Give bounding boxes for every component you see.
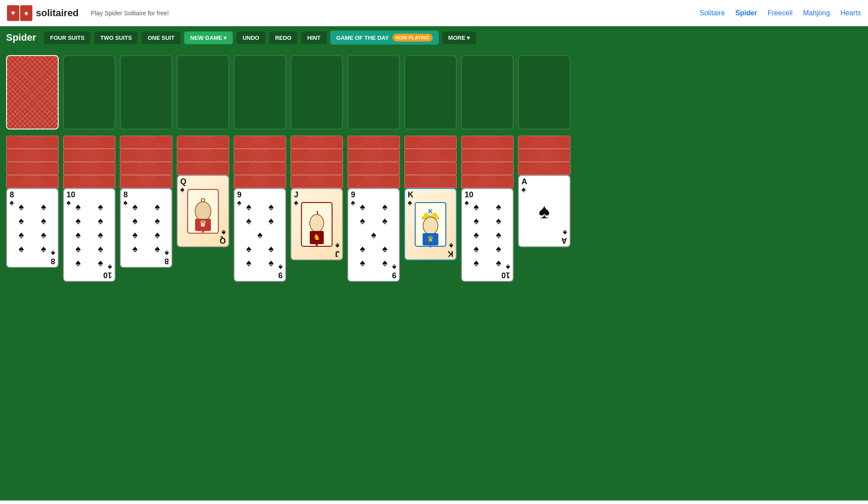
game-area: 8♠ ♠♠ ♠♠ ♠♠ ♠♠ 8♠ 10♠ ♠♠ ♠♠ ♠ (0, 49, 868, 500)
game-of-the-day-button[interactable]: GAME OF THE DAY NOW PLAYING (330, 31, 439, 45)
foundation-slot-8 (461, 55, 514, 130)
stock-row (6, 55, 862, 130)
face-down-card (120, 162, 172, 175)
face-down-card (347, 136, 400, 149)
card-10-spades[interactable]: 10♠ ♠♠ ♠♠ ♠♠ ♠♠ ♠♠ 10♠ (63, 188, 116, 282)
svg-point-15 (423, 217, 438, 234)
svg-point-2 (195, 202, 211, 221)
foundation-slot-5 (290, 55, 343, 130)
face-down-card (234, 162, 286, 175)
column-3: Q♠ Q ♛ ♠ Q♠ (177, 136, 229, 282)
face-down-card (177, 136, 229, 149)
redo-button[interactable]: REDO (269, 32, 298, 44)
face-down-card (6, 162, 59, 175)
face-down-card (290, 149, 343, 162)
two-suits-button[interactable]: TWO SUITS (94, 32, 138, 44)
face-down-card (290, 162, 343, 175)
tableau: 8♠ ♠♠ ♠♠ ♠♠ ♠♠ 8♠ 10♠ ♠♠ ♠♠ ♠ (6, 136, 862, 282)
face-down-card (177, 162, 229, 175)
logo-card-right: ♠ (20, 5, 32, 21)
undo-button[interactable]: UNDO (236, 32, 265, 44)
nav-freecell[interactable]: Freecell (768, 9, 793, 17)
face-down-card (404, 175, 457, 188)
card-9-spades[interactable]: 9♠ ♠♠ ♠♠ ♠ ♠♠ ♠♠ 9♠ (234, 188, 286, 282)
foundation-slot-4 (234, 55, 286, 130)
face-down-card (347, 175, 400, 188)
card-9-spades-2[interactable]: 9♠ ♠♠ ♠♠ ♠ ♠♠ ♠♠ 9♠ (347, 188, 400, 282)
svg-text:♠: ♠ (315, 242, 318, 248)
face-down-card (234, 175, 286, 188)
svg-text:♠: ♠ (429, 243, 432, 248)
column-0: 8♠ ♠♠ ♠♠ ♠♠ ♠♠ 8♠ (6, 136, 59, 282)
face-down-card (234, 136, 286, 149)
foundation-slot-9 (518, 55, 570, 130)
stock-pile[interactable] (6, 55, 59, 130)
face-down-card (347, 162, 400, 175)
face-down-card (63, 136, 116, 149)
foundation-slot-1 (63, 55, 116, 130)
svg-point-8 (310, 214, 324, 232)
column-1: 10♠ ♠♠ ♠♠ ♠♠ ♠♠ ♠♠ 10♠ (63, 136, 116, 282)
card-jack-spades[interactable]: J♠ J ♞ ♠ J♠ (290, 188, 343, 260)
face-down-card (234, 149, 286, 162)
face-down-card (404, 162, 457, 175)
nav-solitaire[interactable]: Solitaire (700, 9, 725, 17)
face-down-card (6, 136, 59, 149)
column-7: K♠ K ♛ ♠ K♠ (404, 136, 457, 282)
face-down-card (518, 162, 570, 175)
face-down-card (120, 149, 172, 162)
one-suit-button[interactable]: ONE SUIT (141, 32, 180, 44)
foundation-slot-6 (347, 55, 400, 130)
face-down-card (290, 136, 343, 149)
page-title: Spider (6, 32, 36, 43)
card-8-spades[interactable]: 8♠ ♠♠ ♠♠ ♠♠ ♠♠ 8♠ (6, 188, 59, 268)
main-nav: Solitaire Spider Freecell Mahjong Hearts (700, 9, 861, 17)
new-game-button[interactable]: NEW GAME ▾ (184, 32, 233, 44)
nav-mahjong[interactable]: Mahjong (803, 9, 830, 17)
face-down-card (177, 149, 229, 162)
hint-button[interactable]: HINT (301, 32, 326, 44)
face-down-card (461, 162, 514, 175)
foundation-slot-3 (177, 55, 229, 130)
jack-face: J ♞ ♠ (291, 189, 342, 259)
face-down-card (518, 149, 570, 162)
face-down-card (63, 175, 116, 188)
face-down-card (63, 149, 116, 162)
foundation-slot-7 (404, 55, 457, 130)
face-down-card (6, 149, 59, 162)
card-ace-spades[interactable]: A♠ ♠ A♠ (518, 175, 570, 247)
toolbar: Spider FOUR SUITS TWO SUITS ONE SUIT NEW… (0, 26, 868, 49)
nav-spider[interactable]: Spider (735, 9, 757, 17)
face-down-card (120, 136, 172, 149)
face-down-card (461, 175, 514, 188)
foundation-slot-2 (120, 55, 172, 130)
card-king-spades[interactable]: K♠ K ♛ ♠ K♠ (404, 188, 457, 260)
card-10-spades-2[interactable]: 10♠ ♠♠ ♠♠ ♠♠ ♠♠ ♠♠ 10♠ (461, 188, 514, 282)
tagline: Play Spider Solitaire for free! (91, 10, 169, 17)
face-down-card (120, 175, 172, 188)
header: ♥ ♠ solitaired Play Spider Solitaire for… (0, 0, 868, 26)
svg-text:♛: ♛ (199, 219, 207, 228)
now-playing-badge: NOW PLAYING (392, 34, 433, 42)
svg-text:K: K (428, 208, 433, 215)
logo-text: solitaired (36, 7, 79, 19)
face-down-card (6, 175, 59, 188)
four-suits-button[interactable]: FOUR SUITS (44, 32, 91, 44)
svg-text:♛: ♛ (427, 234, 434, 243)
card-queen-spades[interactable]: Q♠ Q ♛ ♠ Q♠ (177, 175, 229, 247)
face-down-card (461, 136, 514, 149)
card-8-spades-2[interactable]: 8♠ ♠♠ ♠♠ ♠♠ ♠♠ 8♠ (120, 188, 172, 268)
column-9: A♠ ♠ A♠ (518, 136, 570, 282)
more-button[interactable]: MORE ▾ (442, 32, 476, 44)
logo-card-left: ♥ (7, 5, 19, 21)
face-down-card (63, 162, 116, 175)
logo-area: ♥ ♠ solitaired (7, 5, 79, 21)
stock-card-back (7, 56, 58, 129)
face-down-card (404, 136, 457, 149)
face-down-card (347, 149, 400, 162)
face-down-card (404, 149, 457, 162)
nav-hearts[interactable]: Hearts (840, 9, 861, 17)
column-2: 8♠ ♠♠ ♠♠ ♠♠ ♠♠ 8♠ (120, 136, 172, 282)
svg-text:♞: ♞ (313, 233, 320, 242)
face-down-card (461, 149, 514, 162)
